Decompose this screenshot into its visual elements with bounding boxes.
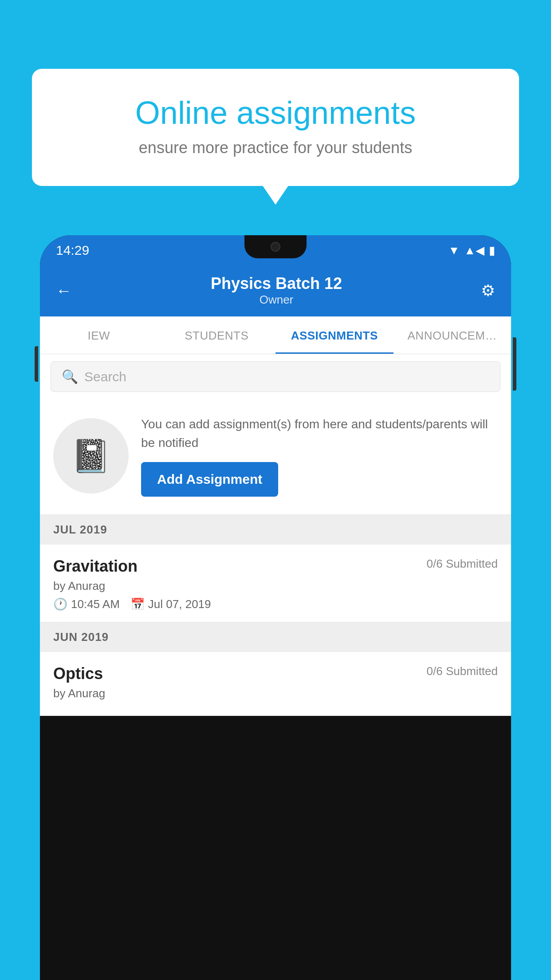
batch-title: Physics Batch 12 bbox=[211, 274, 342, 293]
status-time: 14:29 bbox=[56, 243, 89, 258]
search-bar[interactable]: 🔍 Search bbox=[51, 361, 500, 392]
batch-role: Owner bbox=[211, 293, 342, 307]
tab-announcements[interactable]: ANNOUNCEM… bbox=[394, 316, 512, 354]
promo-text-block: You can add assignment(s) from here and … bbox=[141, 415, 498, 497]
assignment-top-row: Gravitation 0/6 Submitted bbox=[53, 557, 498, 576]
speech-bubble-container: Online assignments ensure more practice … bbox=[32, 69, 519, 186]
search-placeholder: Search bbox=[84, 369, 126, 384]
assignment-item-optics[interactable]: Optics 0/6 Submitted by Anurag bbox=[40, 652, 511, 716]
status-icons: ▼ ▲◀ ▮ bbox=[449, 244, 495, 257]
status-bar: 14:29 ▼ ▲◀ ▮ bbox=[40, 235, 511, 265]
assignment-by: by Anurag bbox=[53, 579, 498, 593]
phone-frame: 14:29 ▼ ▲◀ ▮ ← Physics Batch 12 Owner ⚙ … bbox=[40, 235, 511, 980]
phone-notch bbox=[244, 235, 307, 258]
camera bbox=[271, 242, 280, 252]
settings-icon[interactable]: ⚙ bbox=[481, 281, 495, 300]
assignment-by-optics: by Anurag bbox=[53, 687, 498, 700]
notebook-icon: 📓 bbox=[71, 437, 111, 475]
phone-content: 🔍 Search 📓 You can add assignment(s) fro… bbox=[40, 354, 511, 716]
assignment-top-row-optics: Optics 0/6 Submitted bbox=[53, 664, 498, 683]
calendar-icon: 📅 bbox=[130, 597, 145, 611]
tab-bar: IEW STUDENTS ASSIGNMENTS ANNOUNCEM… bbox=[40, 316, 511, 354]
speech-bubble-title: Online assignments bbox=[63, 95, 488, 130]
assignment-time: 10:45 AM bbox=[71, 597, 120, 611]
assignment-title: Gravitation bbox=[53, 557, 138, 576]
assignment-date: Jul 07, 2019 bbox=[148, 597, 211, 611]
app-header: ← Physics Batch 12 Owner ⚙ bbox=[40, 265, 511, 316]
meta-time: 🕐 10:45 AM bbox=[53, 597, 120, 611]
assignment-title-optics: Optics bbox=[53, 664, 103, 683]
assignment-meta: 🕐 10:45 AM 📅 Jul 07, 2019 bbox=[53, 597, 498, 611]
promo-icon-circle: 📓 bbox=[53, 418, 129, 494]
search-container: 🔍 Search bbox=[40, 354, 511, 399]
assignment-submitted-optics: 0/6 Submitted bbox=[427, 664, 498, 678]
battery-icon: ▮ bbox=[489, 244, 495, 257]
tab-students[interactable]: STUDENTS bbox=[158, 316, 276, 354]
assignment-item-gravitation[interactable]: Gravitation 0/6 Submitted by Anurag 🕐 10… bbox=[40, 545, 511, 622]
clock-icon: 🕐 bbox=[53, 597, 67, 611]
section-header-jun: JUN 2019 bbox=[40, 622, 511, 652]
speech-bubble: Online assignments ensure more practice … bbox=[32, 69, 519, 186]
promo-description: You can add assignment(s) from here and … bbox=[141, 415, 498, 452]
search-icon: 🔍 bbox=[62, 369, 78, 384]
promo-card: 📓 You can add assignment(s) from here an… bbox=[40, 399, 511, 515]
signal-icon: ▲◀ bbox=[464, 244, 484, 257]
assignment-submitted: 0/6 Submitted bbox=[427, 557, 498, 571]
tab-assignments[interactable]: ASSIGNMENTS bbox=[276, 316, 394, 354]
header-title-block: Physics Batch 12 Owner bbox=[211, 274, 342, 307]
phone-volume-button bbox=[35, 346, 38, 382]
speech-bubble-subtitle: ensure more practice for your students bbox=[63, 138, 488, 157]
tab-iew[interactable]: IEW bbox=[40, 316, 158, 354]
meta-date: 📅 Jul 07, 2019 bbox=[130, 597, 211, 611]
back-button[interactable]: ← bbox=[56, 281, 72, 300]
wifi-icon: ▼ bbox=[449, 244, 460, 257]
phone-power-button bbox=[513, 337, 516, 391]
section-header-jul: JUL 2019 bbox=[40, 515, 511, 545]
add-assignment-button[interactable]: Add Assignment bbox=[141, 462, 278, 497]
